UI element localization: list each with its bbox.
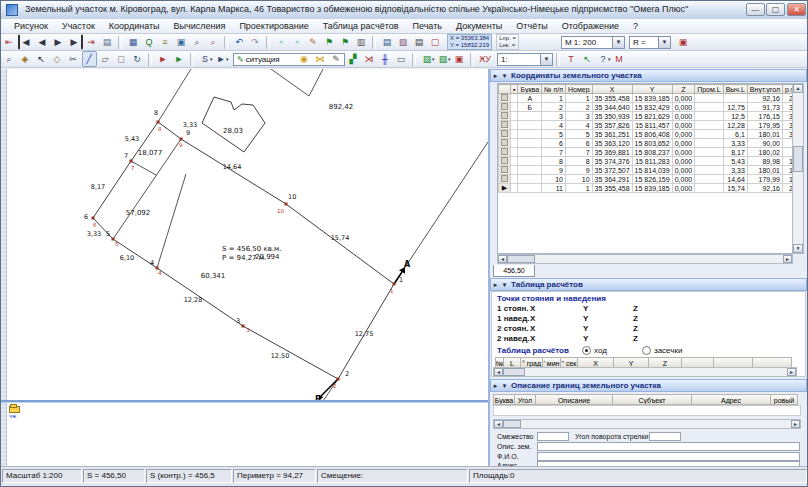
ugol-input[interactable] <box>649 432 681 441</box>
coords-cell[interactable] <box>695 175 723 184</box>
coords-cell[interactable]: 5 <box>566 130 593 139</box>
coords-cell[interactable]: 7 <box>542 148 566 157</box>
coords-cell[interactable] <box>695 103 723 112</box>
coords-row-10[interactable]: 101035 364,29115 826,1590,00014,64179,99… <box>499 175 794 184</box>
borders-grid-header[interactable]: БукваУголОписаниеСубъектАдресровый <box>493 394 797 405</box>
coords-cell[interactable]: 35 369,881 <box>592 148 632 157</box>
coords-cell[interactable]: 35 344,640 <box>592 103 632 112</box>
coords-col-header-5[interactable]: Номер <box>566 85 593 94</box>
coords-cell[interactable]: 10 <box>542 175 566 184</box>
nav-last-icon[interactable]: ▶ <box>67 34 83 50</box>
report-icon[interactable]: ▤ <box>380 34 395 50</box>
zoom-window-icon[interactable]: ⌕ <box>190 34 205 50</box>
coords-panel-header[interactable]: ▸ ▾ Координаты земельного участка <box>490 69 807 82</box>
menu-item-11[interactable]: ? <box>626 20 645 32</box>
chevron-down-icon[interactable]: ▼ <box>658 37 670 48</box>
coords-cell[interactable] <box>518 157 542 166</box>
coords-cell[interactable] <box>695 130 723 139</box>
coords-cell[interactable]: 15 839,185 <box>632 184 672 193</box>
borders-grid-empty-row[interactable] <box>493 405 801 416</box>
coords-hscrollbar[interactable]: ◄ ► <box>497 254 793 264</box>
select-icon[interactable]: ↖ <box>34 51 49 67</box>
coords-cell[interactable]: 15 832,429 <box>632 103 672 112</box>
borders-col-header-4[interactable]: Субъект <box>612 394 692 405</box>
coords-row-5[interactable]: 5535 361,25115 806,4080,0006,1180,0130 <box>499 130 794 139</box>
radio-hod-circle[interactable] <box>582 346 591 355</box>
borders-col-header-6[interactable]: ровый <box>770 394 798 405</box>
coords-cell[interactable]: 2 <box>542 103 566 112</box>
row-selector[interactable] <box>499 103 511 112</box>
coords-cell[interactable]: 15 803,652 <box>632 139 672 148</box>
coords-cell[interactable]: 35 357,826 <box>592 121 632 130</box>
row-selector[interactable] <box>499 148 511 157</box>
borders-col-header-1[interactable]: Буква <box>493 394 515 405</box>
coords-cell[interactable]: 179,99 <box>747 175 782 184</box>
calc-panel-header[interactable]: ▸ ▾ Таблица расчётов <box>490 278 807 291</box>
coords-cell[interactable]: 15 806,408 <box>632 130 672 139</box>
layers-icon[interactable]: ≡ <box>158 34 173 50</box>
coords-cell[interactable]: 3,33 <box>723 139 747 148</box>
doc-icon[interactable]: ▤ <box>412 34 427 50</box>
current-row-indicator[interactable]: ▶ <box>499 184 511 193</box>
coords-cell[interactable]: 15 821,629 <box>632 112 672 121</box>
snap-line-icon[interactable]: ╱ <box>82 51 97 67</box>
coords-cell[interactable] <box>518 121 542 130</box>
image-icon[interactable]: ▧ <box>396 34 411 50</box>
maximize-button[interactable]: ▢ <box>766 3 785 16</box>
borders-col-header-5[interactable]: Адрес <box>691 394 771 405</box>
row-checkbox-cell[interactable] <box>511 103 518 112</box>
journal-icon[interactable]: ▤ <box>100 34 115 50</box>
coords-cell[interactable]: 0,000 <box>672 139 695 148</box>
flag-start-icon[interactable]: ⚑ <box>322 34 337 50</box>
hatch-z-icon[interactable]: ▨▾ <box>420 51 435 67</box>
print-icon[interactable]: ▥ <box>354 34 369 50</box>
snap-y-icon[interactable]: ╫ <box>378 51 393 67</box>
coords-col-header-2[interactable]: ▪ <box>511 85 518 94</box>
fio-input[interactable] <box>537 452 800 461</box>
coords-cell[interactable]: 0,000 <box>672 148 695 157</box>
coords-cell[interactable]: 0,000 <box>672 103 695 112</box>
radius-combo[interactable]: R = ▼ <box>629 36 671 49</box>
row-checkbox-cell[interactable] <box>511 166 518 175</box>
curve-dropdown-icon[interactable]: S▾ <box>198 51 213 67</box>
coords-row-2[interactable]: Б2235 344,64015 832,4290,00012,7591,7330 <box>499 103 794 112</box>
coords-cell[interactable]: 91,73 <box>747 103 782 112</box>
coords-cell[interactable]: 3,33 <box>723 166 747 175</box>
coords-cell[interactable] <box>518 148 542 157</box>
row-checkbox-cell[interactable] <box>511 112 518 121</box>
row-selector[interactable] <box>499 175 511 184</box>
coords-cell[interactable] <box>723 94 747 103</box>
coords-cell[interactable]: 15 826,159 <box>632 175 672 184</box>
zoom-in-icon[interactable]: ⌕ <box>2 51 17 67</box>
zoom-page-icon[interactable]: ⌕ <box>206 34 221 50</box>
coords-cell[interactable]: А <box>518 94 542 103</box>
coords-col-header-1[interactable] <box>499 85 511 94</box>
coords-cell[interactable]: 35 364,291 <box>592 175 632 184</box>
row-selector[interactable] <box>499 130 511 139</box>
point-end-icon[interactable]: ▫ <box>290 34 305 50</box>
coords-cell[interactable]: 5 <box>542 130 566 139</box>
nav-first-icon[interactable]: ◀ <box>18 34 34 50</box>
arrow-red-icon[interactable]: ► <box>156 51 171 67</box>
coords-cell[interactable]: 2 <box>566 103 593 112</box>
row-checkbox-cell[interactable] <box>511 175 518 184</box>
menu-item-10[interactable]: Отображение <box>555 20 626 32</box>
coords-vscrollbar[interactable]: ▲ ▼ <box>792 83 804 254</box>
coords-cell[interactable]: 15 811,283 <box>632 157 672 166</box>
coords-cell[interactable]: 1 <box>566 94 593 103</box>
coords-col-header-3[interactable]: Буква <box>518 85 542 94</box>
coords-cell[interactable] <box>695 148 723 157</box>
row-selector[interactable] <box>499 166 511 175</box>
coords-row-6[interactable]: 6635 363,12015 803,6520,0003,3390,003 <box>499 139 794 148</box>
colorband-icon[interactable]: ▞ <box>346 51 361 67</box>
borders-hscrollbar[interactable]: ◄ ► <box>493 419 801 429</box>
coords-cell[interactable]: 8,17 <box>723 148 747 157</box>
coords-col-header-10[interactable]: Выч.L <box>723 85 747 94</box>
eye-icon[interactable]: ◉ <box>297 51 312 67</box>
coords-cell[interactable]: 1 <box>542 94 566 103</box>
radio-zasechki[interactable]: засечки <box>642 346 682 355</box>
panel-menu-icon[interactable]: ▾ <box>500 72 509 80</box>
coords-row-11[interactable]: ▶11135 355,45815 839,1850,00015,7492,162… <box>499 184 794 193</box>
row-selector[interactable] <box>499 157 511 166</box>
measure-icon[interactable]: ▭ <box>394 51 409 67</box>
